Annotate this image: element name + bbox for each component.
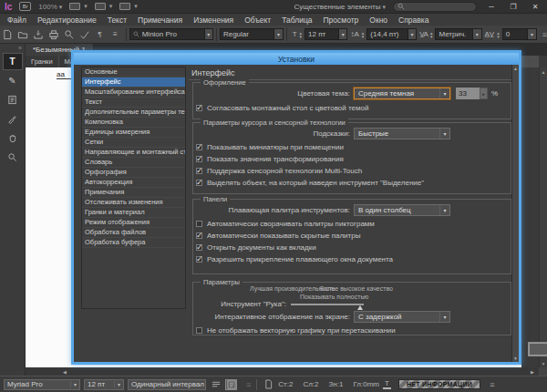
no-vector-checkbox-row[interactable]: Не отображать векторную графику при пере…: [196, 325, 511, 335]
menu-item[interactable]: Окно: [369, 15, 387, 25]
preferences-section-item[interactable]: Отслеживать изменения: [82, 198, 185, 208]
checkbox-row[interactable]: Открыть документы как вкладки: [196, 242, 511, 252]
vertical-scrollbar[interactable]: ▲ ▼: [539, 67, 547, 367]
hand-tool[interactable]: [3, 129, 23, 147]
preferences-section-item[interactable]: Словарь: [82, 158, 185, 168]
status-spacing-dropdown[interactable]: Одинарный интервал: [128, 379, 206, 390]
preferences-section-item[interactable]: Текст: [82, 98, 185, 108]
zoom-tool[interactable]: [3, 149, 23, 166]
font-style-dropdown-button[interactable]: [274, 28, 283, 40]
brightness-spinner[interactable]: [480, 88, 488, 99]
tooltips-dropdown[interactable]: Быстрые: [354, 128, 450, 139]
type-tool[interactable]: T: [3, 53, 23, 70]
preferences-section-item[interactable]: Автокоррекция: [82, 178, 185, 188]
checkbox-row[interactable]: Выделять объект, на который наведен инст…: [196, 178, 511, 187]
status-menu-icon[interactable]: ≡: [246, 380, 251, 389]
minimize-button[interactable]: ─: [484, 3, 499, 11]
checkbox[interactable]: [196, 256, 202, 263]
view-options-button[interactable]: [69, 3, 88, 10]
status-panel-menu-icon[interactable]: ≡: [490, 380, 494, 389]
preferences-section-item[interactable]: Примечания: [82, 188, 185, 198]
open-button[interactable]: [15, 27, 31, 42]
font-size-stepper[interactable]: [298, 31, 304, 38]
checkbox[interactable]: [196, 144, 202, 150]
match-pasteboard-checkbox-row[interactable]: Согласовать монтажный стол с цветовой те…: [196, 103, 511, 112]
preferences-section-item[interactable]: Основные: [82, 67, 185, 77]
menu-item[interactable]: Текст: [108, 15, 127, 25]
slider-handle[interactable]: [357, 305, 363, 310]
preferences-section-item[interactable]: Орфография: [82, 168, 185, 178]
print-button[interactable]: [46, 27, 62, 42]
menu-item[interactable]: Справка: [398, 15, 428, 25]
preferences-section-item[interactable]: Компоновка: [82, 118, 185, 128]
scroll-down-icon[interactable]: ▼: [540, 359, 547, 367]
checkbox-row[interactable]: Показать значения трансформирования: [196, 154, 511, 163]
galley-layout-button[interactable]: [210, 379, 222, 390]
checkbox-row[interactable]: Разрешить прикрепление плавающего окна д…: [196, 254, 511, 263]
checkbox-row[interactable]: Показывать миниатюры при помещении: [196, 142, 511, 151]
tracking-stepper[interactable]: [495, 31, 501, 38]
font-size-field[interactable]: 12 пт: [304, 28, 339, 40]
note-tool[interactable]: ✎: [3, 72, 23, 89]
preferences-section-item[interactable]: Обработка буфера: [82, 238, 185, 248]
collapse-panel-icon[interactable]: »: [18, 44, 25, 53]
notes-view-tool[interactable]: [3, 91, 23, 108]
color-theme-dropdown[interactable]: Средняя темная: [354, 88, 450, 99]
hand-tool-slider[interactable]: [291, 304, 364, 305]
new-document-button[interactable]: [0, 27, 15, 42]
preferences-section-item[interactable]: Масштабирование интерфейса пользова...: [82, 88, 185, 98]
checkbox[interactable]: [196, 156, 202, 162]
checkbox-row[interactable]: Поддержка сенсорной технологии Multi-Tou…: [196, 166, 511, 175]
brightness-field[interactable]: 33: [456, 88, 480, 99]
checkbox-row[interactable]: Автоматически показывать скрытые палитры: [196, 231, 511, 240]
arrange-documents-button[interactable]: [119, 3, 138, 10]
font-family-field[interactable]: Minion Pro: [129, 28, 205, 40]
spellcheck-button[interactable]: [77, 27, 92, 42]
menu-item[interactable]: Просмотр: [323, 15, 358, 25]
checkbox[interactable]: [196, 168, 202, 174]
screen-mode-button[interactable]: [95, 3, 113, 10]
preferences-section-item[interactable]: Интерфейс: [82, 77, 185, 88]
checkbox[interactable]: [196, 105, 202, 111]
floating-palette-dropdown[interactable]: В один столбец: [354, 204, 450, 216]
kerning-field[interactable]: Метрич.: [435, 28, 473, 40]
font-size-dropdown-button[interactable]: [339, 28, 347, 40]
leading-stepper[interactable]: [360, 31, 366, 38]
checkbox[interactable]: [196, 327, 202, 334]
bridge-button[interactable]: Br: [19, 2, 31, 11]
menu-item[interactable]: Изменения: [193, 15, 233, 25]
checkbox[interactable]: [196, 232, 202, 239]
menu-item[interactable]: Таблица: [282, 15, 312, 25]
show-hidden-characters-button[interactable]: ¶: [92, 27, 108, 42]
scroll-up-icon[interactable]: ▲: [512, 65, 519, 72]
panel-menu-icon[interactable]: ≡: [542, 30, 547, 39]
font-style-field[interactable]: Regular: [220, 28, 274, 40]
leading-dropdown-button[interactable]: [408, 28, 417, 40]
checkbox-row[interactable]: Автоматически сворачивать палитры пиктог…: [196, 219, 511, 228]
checkbox[interactable]: [196, 180, 202, 186]
preferences-section-item[interactable]: Режим отображения: [82, 218, 185, 228]
preferences-section-item[interactable]: Обработка файлов: [82, 228, 185, 238]
scroll-right-icon[interactable]: ▶: [528, 367, 537, 376]
horizontal-scrollbar[interactable]: ◀ ▶: [26, 367, 539, 376]
workspace-switcher[interactable]: Существенные элементы: [294, 3, 386, 11]
preferences-section-item[interactable]: Дополнительные параметры текста: [82, 108, 185, 118]
preferences-section-item[interactable]: Гранки и материал: [82, 208, 185, 218]
status-size-dropdown[interactable]: 12 пт: [84, 379, 124, 390]
eyedropper-tool[interactable]: [3, 110, 23, 128]
checkbox[interactable]: [196, 244, 202, 251]
menu-item[interactable]: Редактирование: [37, 15, 97, 25]
kerning-stepper[interactable]: [428, 31, 435, 38]
zoom-level-dropdown[interactable]: 100%: [38, 3, 62, 11]
tracking-dropdown-button[interactable]: [528, 28, 536, 40]
restore-button[interactable]: ❐: [506, 3, 521, 11]
scroll-down-icon[interactable]: ▼: [512, 355, 519, 362]
status-font-dropdown[interactable]: Myriad Pro: [4, 379, 80, 390]
story-layout-button[interactable]: [225, 379, 237, 390]
text-display-button[interactable]: ≡: [108, 27, 123, 42]
save-button[interactable]: [31, 27, 46, 42]
scroll-up-icon[interactable]: ▲: [540, 67, 547, 76]
font-family-dropdown-button[interactable]: [205, 28, 213, 40]
tracking-field[interactable]: 0: [502, 28, 529, 40]
find-button[interactable]: [61, 27, 77, 42]
